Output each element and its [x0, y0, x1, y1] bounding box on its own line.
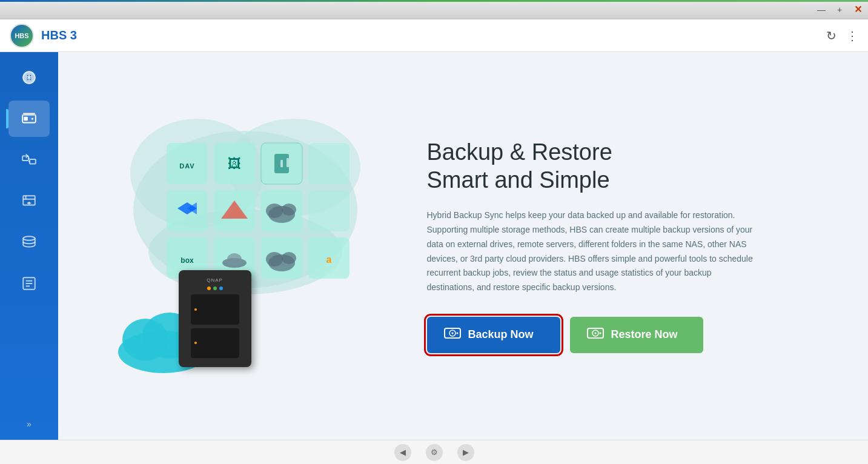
- bottom-icon-2[interactable]: ⚙: [426, 444, 443, 461]
- restore-button-label: Restore Now: [611, 328, 678, 341]
- nas-device: QNAP: [179, 270, 251, 367]
- app-title: HBS 3: [41, 28, 77, 42]
- restore-hdd-icon: [587, 326, 604, 340]
- svg-point-61: [599, 332, 601, 334]
- title-bar: — + ✕: [0, 0, 868, 19]
- backup-button-label: Backup Now: [468, 328, 534, 341]
- sidebar-item-sync[interactable]: [8, 142, 50, 178]
- sidebar-expand-button[interactable]: »: [8, 413, 50, 435]
- sidebar-item-overview[interactable]: [8, 59, 50, 96]
- title-bar-accent: [0, 0, 868, 2]
- backup-icon: [21, 111, 37, 127]
- illustration: DAV 🖼: [100, 107, 391, 385]
- svg-point-38: [282, 204, 296, 216]
- action-buttons: Backup Now Restore N: [427, 317, 827, 353]
- svg-point-3: [31, 118, 33, 119]
- nas-dot-orange: [207, 287, 211, 290]
- svg-text:a: a: [326, 254, 331, 265]
- text-side: Backup & Restore Smart and Simple Hybrid…: [427, 139, 827, 353]
- svg-point-57: [456, 332, 458, 334]
- svg-text:box: box: [181, 256, 194, 265]
- svg-rect-39: [308, 190, 350, 231]
- main-layout: » DAV: [0, 52, 868, 440]
- restore-button-icon: [587, 326, 604, 343]
- svg-rect-26: [280, 160, 283, 167]
- svg-point-60: [594, 332, 596, 334]
- svg-point-56: [451, 332, 453, 334]
- restore-icon: [21, 193, 37, 209]
- description-text: Hybrid Backup Sync helps keep your data …: [427, 208, 754, 295]
- app-window: HBS HBS 3 ↻ ⋮: [0, 19, 868, 464]
- svg-rect-29: [308, 143, 350, 184]
- menu-button[interactable]: ⋮: [846, 28, 858, 43]
- app-header: HBS HBS 3 ↻ ⋮: [0, 19, 868, 52]
- minimize-button[interactable]: —: [816, 5, 827, 15]
- nas-drive-slot-1: [191, 294, 239, 325]
- storage-icon: [21, 234, 37, 250]
- logs-icon: [21, 276, 37, 291]
- svg-point-44: [227, 253, 242, 265]
- svg-point-48: [282, 252, 296, 264]
- nas-drive-slot-2: [191, 328, 239, 359]
- close-button[interactable]: ✕: [852, 4, 863, 15]
- bottom-icon-3[interactable]: ▶: [457, 444, 474, 461]
- hdd-icon: [444, 326, 461, 340]
- svg-text:DAV: DAV: [179, 162, 194, 170]
- nas-brand-label: QNAP: [207, 277, 223, 283]
- svg-point-37: [266, 204, 283, 218]
- backup-now-button[interactable]: Backup Now: [427, 317, 560, 353]
- sidebar-item-restore[interactable]: [8, 183, 50, 219]
- overview-icon: [21, 70, 37, 85]
- svg-rect-5: [30, 159, 36, 164]
- sidebar-item-logs[interactable]: [8, 265, 50, 302]
- svg-rect-27: [287, 158, 289, 167]
- svg-text:🖼: 🖼: [228, 156, 241, 171]
- sidebar-item-storage[interactable]: [8, 224, 50, 260]
- svg-point-47: [266, 252, 283, 267]
- headline-line1: Backup & Restore: [427, 139, 612, 165]
- bottom-icon-1[interactable]: ◀: [394, 444, 411, 461]
- content-area: DAV 🖼: [58, 52, 868, 440]
- nas-indicator-dots: [207, 287, 223, 290]
- logo-text: HBS: [15, 32, 28, 39]
- nas-dot-blue: [219, 287, 223, 290]
- maximize-button[interactable]: +: [834, 5, 845, 15]
- restore-now-button[interactable]: Restore Now: [570, 317, 703, 353]
- header-actions: ↻ ⋮: [826, 28, 858, 43]
- svg-rect-2: [24, 117, 28, 121]
- title-bar-controls: — + ✕: [816, 4, 863, 15]
- refresh-button[interactable]: ↻: [826, 28, 837, 43]
- app-logo: HBS: [10, 24, 34, 48]
- nas-dot-green: [213, 287, 217, 290]
- headline-line2: Smart and Simple: [427, 167, 610, 193]
- sidebar: »: [0, 52, 58, 440]
- bottom-bar: ◀ ⚙ ▶: [0, 440, 868, 464]
- sync-icon: [21, 152, 37, 168]
- welcome-panel: DAV 🖼: [100, 107, 827, 385]
- sidebar-item-backup[interactable]: [8, 101, 50, 137]
- backup-button-icon: [444, 326, 461, 343]
- svg-point-11: [23, 236, 35, 240]
- headline: Backup & Restore Smart and Simple: [427, 139, 827, 194]
